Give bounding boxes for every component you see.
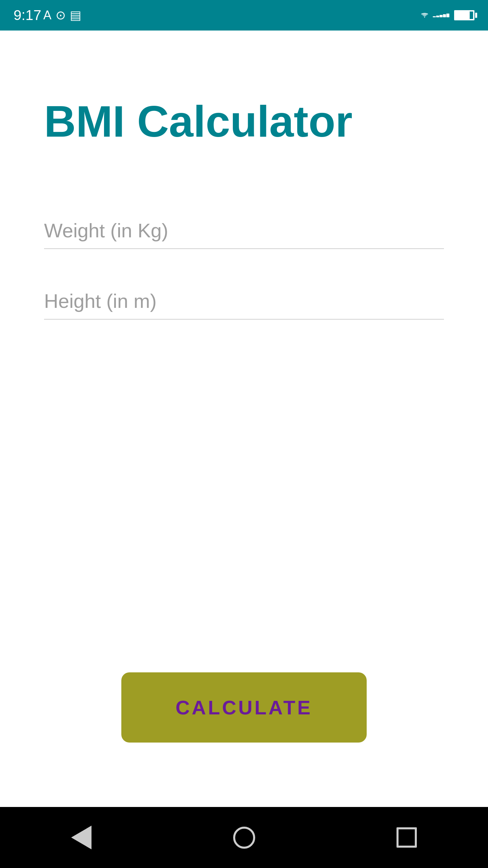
recents-button[interactable] <box>373 817 441 858</box>
home-icon <box>233 827 255 849</box>
weight-input-group <box>44 212 444 249</box>
height-input-group <box>44 283 444 319</box>
status-bar-right <box>421 10 474 20</box>
home-button[interactable] <box>210 817 278 858</box>
svg-point-0 <box>424 17 425 17</box>
spacer <box>44 353 444 672</box>
wifi-icon <box>421 13 428 18</box>
notification-card-icon: ▤ <box>70 8 81 22</box>
main-content: BMI Calculator CALCULATE <box>0 31 488 807</box>
back-button[interactable] <box>47 817 115 858</box>
page-title: BMI Calculator <box>44 95 444 148</box>
status-bar: 9:17 A ⊙ ▤ <box>0 0 488 31</box>
calculate-button[interactable]: CALCULATE <box>121 672 367 743</box>
status-notification-icons: A ⊙ ▤ <box>43 8 81 22</box>
notification-circle-icon: ⊙ <box>56 8 66 22</box>
back-icon <box>71 826 92 849</box>
notification-a-icon: A <box>43 8 52 22</box>
weight-input[interactable] <box>44 212 444 249</box>
status-bar-left: 9:17 A ⊙ ▤ <box>14 7 81 23</box>
recents-icon <box>396 827 417 848</box>
status-time: 9:17 <box>14 7 41 23</box>
nav-bar <box>0 807 488 868</box>
signal-icon <box>433 13 449 17</box>
height-input[interactable] <box>44 283 444 319</box>
battery-icon <box>454 10 474 20</box>
